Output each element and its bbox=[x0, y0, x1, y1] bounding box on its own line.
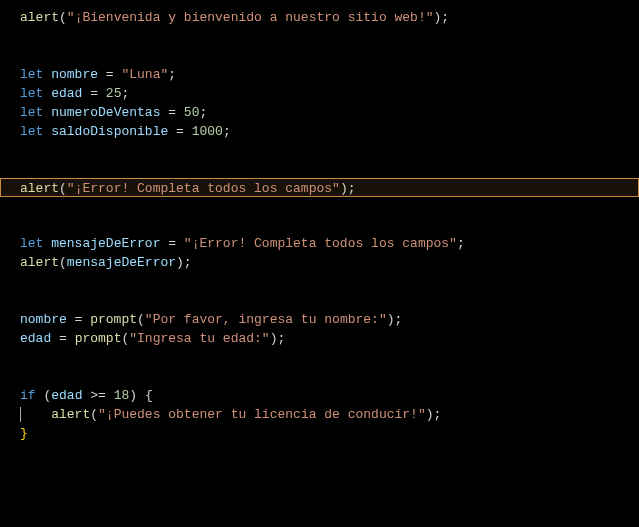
string-literal: "Ingresa tu edad:" bbox=[129, 331, 269, 346]
number: 18 bbox=[114, 388, 130, 403]
function-call: alert bbox=[51, 407, 90, 422]
variable: edad bbox=[51, 86, 82, 101]
operator: = bbox=[67, 312, 90, 327]
paren-close: ) bbox=[387, 312, 395, 327]
semicolon: ; bbox=[168, 67, 176, 82]
brace-open: { bbox=[145, 388, 153, 403]
paren-open: ( bbox=[59, 10, 67, 25]
code-line-empty[interactable] bbox=[0, 215, 639, 234]
variable: numeroDeVentas bbox=[51, 105, 160, 120]
number: 25 bbox=[106, 86, 122, 101]
paren-open: ( bbox=[137, 312, 145, 327]
function-call: alert bbox=[20, 10, 59, 25]
number: 50 bbox=[184, 105, 200, 120]
code-line[interactable]: nombre = prompt("Por favor, ingresa tu n… bbox=[0, 310, 639, 329]
number: 1000 bbox=[192, 124, 223, 139]
paren-open: ( bbox=[59, 181, 67, 196]
string-literal: "¡Error! Completa todos los campos" bbox=[67, 181, 340, 196]
code-line-empty[interactable] bbox=[0, 367, 639, 386]
function-call: alert bbox=[20, 181, 59, 196]
variable: saldoDisponible bbox=[51, 124, 168, 139]
semicolon: ; bbox=[395, 312, 403, 327]
function-call: prompt bbox=[90, 312, 137, 327]
paren-close: ) bbox=[270, 331, 278, 346]
semicolon: ; bbox=[199, 105, 207, 120]
code-editor[interactable]: alert("¡Bienvenida y bienvenido a nuestr… bbox=[0, 0, 639, 443]
code-line[interactable]: let numeroDeVentas = 50; bbox=[0, 103, 639, 122]
code-line-empty[interactable] bbox=[0, 141, 639, 160]
code-line-empty[interactable] bbox=[0, 196, 639, 215]
code-line[interactable]: alert("¡Puedes obtener tu licencia de co… bbox=[0, 405, 639, 424]
paren-close: ) bbox=[176, 255, 184, 270]
operator: = bbox=[160, 105, 183, 120]
operator: = bbox=[168, 124, 191, 139]
keyword: if bbox=[20, 388, 36, 403]
keyword: let bbox=[20, 236, 43, 251]
paren-close: ) bbox=[426, 407, 434, 422]
variable: edad bbox=[20, 331, 51, 346]
variable: nombre bbox=[20, 312, 67, 327]
semicolon: ; bbox=[457, 236, 465, 251]
semicolon: ; bbox=[348, 181, 356, 196]
code-line-highlighted[interactable]: alert("¡Error! Completa todos los campos… bbox=[0, 178, 639, 197]
operator: = bbox=[160, 236, 183, 251]
keyword: let bbox=[20, 105, 43, 120]
code-line[interactable]: let nombre = "Luna"; bbox=[0, 65, 639, 84]
keyword: let bbox=[20, 67, 43, 82]
code-line-empty[interactable] bbox=[0, 27, 639, 46]
code-line[interactable]: alert(mensajeDeError); bbox=[0, 253, 639, 272]
variable: mensajeDeError bbox=[51, 236, 160, 251]
function-call: prompt bbox=[75, 331, 122, 346]
code-line-empty[interactable] bbox=[0, 348, 639, 367]
variable: nombre bbox=[51, 67, 98, 82]
code-line[interactable]: edad = prompt("Ingresa tu edad:"); bbox=[0, 329, 639, 348]
operator: >= bbox=[82, 388, 113, 403]
code-line[interactable]: } bbox=[0, 424, 639, 443]
semicolon: ; bbox=[441, 10, 449, 25]
variable: edad bbox=[51, 388, 82, 403]
string-literal: "¡Bienvenida y bienvenido a nuestro siti… bbox=[67, 10, 434, 25]
function-call: alert bbox=[20, 255, 59, 270]
semicolon: ; bbox=[223, 124, 231, 139]
operator: = bbox=[51, 331, 74, 346]
paren-close: ) bbox=[129, 388, 137, 403]
paren-open: ( bbox=[59, 255, 67, 270]
brace-close: } bbox=[20, 426, 28, 441]
string-literal: "¡Puedes obtener tu licencia de conducir… bbox=[98, 407, 426, 422]
code-line[interactable]: let mensajeDeError = "¡Error! Completa t… bbox=[0, 234, 639, 253]
paren-open: ( bbox=[90, 407, 98, 422]
code-line-empty[interactable] bbox=[0, 291, 639, 310]
space bbox=[137, 388, 145, 403]
code-line-empty[interactable] bbox=[0, 46, 639, 65]
code-line[interactable]: alert("¡Bienvenida y bienvenido a nuestr… bbox=[0, 8, 639, 27]
code-line[interactable]: let saldoDisponible = 1000; bbox=[0, 122, 639, 141]
variable: mensajeDeError bbox=[67, 255, 176, 270]
indent bbox=[20, 407, 51, 422]
code-line-empty[interactable] bbox=[0, 160, 639, 179]
semicolon: ; bbox=[184, 255, 192, 270]
code-line[interactable]: if (edad >= 18) { bbox=[0, 386, 639, 405]
semicolon: ; bbox=[434, 407, 442, 422]
semicolon: ; bbox=[121, 86, 129, 101]
string-literal: "Por favor, ingresa tu nombre:" bbox=[145, 312, 387, 327]
string-literal: "¡Error! Completa todos los campos" bbox=[184, 236, 457, 251]
keyword: let bbox=[20, 86, 43, 101]
keyword: let bbox=[20, 124, 43, 139]
string-literal: "Luna" bbox=[121, 67, 168, 82]
paren-close: ) bbox=[340, 181, 348, 196]
semicolon: ; bbox=[278, 331, 286, 346]
code-line[interactable]: let edad = 25; bbox=[0, 84, 639, 103]
code-line-empty[interactable] bbox=[0, 272, 639, 291]
operator: = bbox=[82, 86, 105, 101]
operator: = bbox=[98, 67, 121, 82]
